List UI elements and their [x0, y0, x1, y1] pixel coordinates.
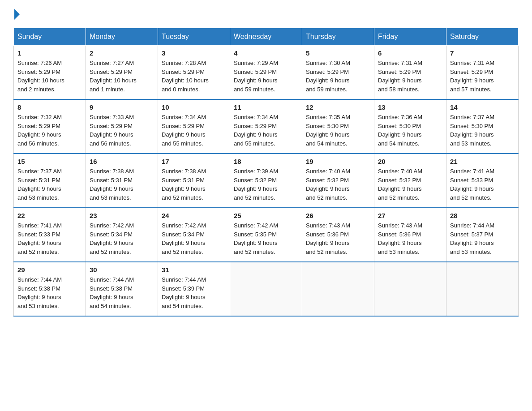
column-header-wednesday: Wednesday	[230, 28, 302, 46]
calendar-cell: 26Sunrise: 7:43 AMSunset: 5:36 PMDayligh…	[302, 208, 374, 262]
sunset-text: Sunset: 5:32 PM	[378, 177, 421, 184]
daylight-text: Daylight: 9 hours	[306, 77, 350, 84]
daylight-text: Daylight: 9 hours	[450, 185, 494, 192]
daylight-continuation: and 0 minutes.	[162, 86, 200, 93]
calendar-cell	[446, 262, 519, 316]
daylight-text: Daylight: 9 hours	[90, 294, 133, 300]
day-info: Sunrise: 7:35 AMSunset: 5:30 PMDaylight:…	[306, 113, 370, 148]
sunset-text: Sunset: 5:36 PM	[378, 231, 421, 238]
sunset-text: Sunset: 5:29 PM	[234, 123, 277, 129]
sunrise-text: Sunrise: 7:35 AM	[306, 114, 350, 120]
day-number: 26	[306, 212, 370, 219]
sunrise-text: Sunrise: 7:39 AM	[234, 168, 278, 175]
sunset-text: Sunset: 5:34 PM	[90, 231, 133, 238]
calendar-cell: 19Sunrise: 7:40 AMSunset: 5:32 PMDayligh…	[302, 154, 374, 208]
sunrise-text: Sunrise: 7:34 AM	[162, 114, 206, 120]
sunset-text: Sunset: 5:29 PM	[450, 68, 493, 75]
daylight-continuation: and 53 minutes.	[90, 194, 131, 201]
day-info: Sunrise: 7:31 AMSunset: 5:29 PMDaylight:…	[450, 59, 515, 94]
daylight-text: Daylight: 9 hours	[378, 185, 422, 192]
calendar-cell: 15Sunrise: 7:37 AMSunset: 5:31 PMDayligh…	[14, 154, 86, 208]
calendar-cell: 31Sunrise: 7:44 AMSunset: 5:39 PMDayligh…	[158, 262, 230, 316]
logo	[13, 9, 20, 21]
sunset-text: Sunset: 5:34 PM	[162, 231, 205, 238]
calendar-cell: 7Sunrise: 7:31 AMSunset: 5:29 PMDaylight…	[446, 46, 519, 100]
day-number: 29	[17, 266, 82, 274]
page-header	[13, 9, 519, 21]
daylight-text: Daylight: 9 hours	[450, 131, 494, 138]
daylight-continuation: and 54 minutes.	[162, 303, 203, 309]
day-info: Sunrise: 7:31 AMSunset: 5:29 PMDaylight:…	[378, 59, 442, 94]
daylight-text: Daylight: 9 hours	[450, 77, 494, 84]
calendar-cell: 6Sunrise: 7:31 AMSunset: 5:29 PMDaylight…	[374, 46, 446, 100]
calendar-table: SundayMondayTuesdayWednesdayThursdayFrid…	[13, 28, 519, 317]
day-info: Sunrise: 7:33 AMSunset: 5:29 PMDaylight:…	[90, 113, 154, 148]
sunrise-text: Sunrise: 7:44 AM	[17, 276, 62, 283]
sunset-text: Sunset: 5:36 PM	[306, 231, 349, 238]
day-info: Sunrise: 7:37 AMSunset: 5:31 PMDaylight:…	[17, 167, 82, 202]
day-info: Sunrise: 7:42 AMSunset: 5:35 PMDaylight:…	[234, 221, 298, 256]
column-header-saturday: Saturday	[446, 28, 519, 46]
day-number: 14	[450, 103, 515, 111]
daylight-text: Daylight: 9 hours	[306, 131, 350, 138]
daylight-continuation: and 55 minutes.	[162, 140, 203, 147]
day-info: Sunrise: 7:28 AMSunset: 5:29 PMDaylight:…	[162, 59, 226, 94]
sunset-text: Sunset: 5:31 PM	[162, 177, 205, 184]
sunset-text: Sunset: 5:37 PM	[450, 231, 493, 238]
daylight-continuation: and 52 minutes.	[162, 248, 203, 255]
day-info: Sunrise: 7:44 AMSunset: 5:38 PMDaylight:…	[17, 275, 82, 310]
sunrise-text: Sunrise: 7:41 AM	[17, 222, 62, 229]
sunset-text: Sunset: 5:31 PM	[17, 177, 60, 184]
calendar-cell: 30Sunrise: 7:44 AMSunset: 5:38 PMDayligh…	[86, 262, 158, 316]
sunrise-text: Sunrise: 7:38 AM	[90, 168, 134, 175]
daylight-text: Daylight: 9 hours	[162, 185, 206, 192]
sunrise-text: Sunrise: 7:40 AM	[378, 168, 422, 175]
sunset-text: Sunset: 5:33 PM	[450, 177, 493, 184]
sunrise-text: Sunrise: 7:42 AM	[234, 222, 278, 229]
calendar-cell: 2Sunrise: 7:27 AMSunset: 5:29 PMDaylight…	[86, 46, 158, 100]
day-number: 16	[90, 158, 154, 165]
daylight-continuation: and 55 minutes.	[234, 140, 275, 147]
day-info: Sunrise: 7:44 AMSunset: 5:38 PMDaylight:…	[90, 275, 154, 310]
sunset-text: Sunset: 5:30 PM	[450, 123, 493, 129]
daylight-text: Daylight: 9 hours	[90, 131, 133, 138]
day-info: Sunrise: 7:26 AMSunset: 5:29 PMDaylight:…	[17, 59, 82, 94]
calendar-cell: 9Sunrise: 7:33 AMSunset: 5:29 PMDaylight…	[86, 99, 158, 154]
daylight-text: Daylight: 9 hours	[378, 240, 422, 246]
week-row-4: 22Sunrise: 7:41 AMSunset: 5:33 PMDayligh…	[14, 208, 519, 262]
sunrise-text: Sunrise: 7:44 AM	[90, 276, 134, 283]
sunrise-text: Sunrise: 7:31 AM	[378, 60, 422, 66]
day-info: Sunrise: 7:27 AMSunset: 5:29 PMDaylight:…	[90, 59, 154, 94]
sunset-text: Sunset: 5:29 PM	[162, 68, 205, 75]
daylight-text: Daylight: 9 hours	[162, 294, 206, 300]
day-number: 13	[378, 103, 442, 111]
day-number: 2	[90, 49, 154, 57]
daylight-text: Daylight: 9 hours	[162, 131, 206, 138]
day-info: Sunrise: 7:37 AMSunset: 5:30 PMDaylight:…	[450, 113, 515, 148]
day-info: Sunrise: 7:42 AMSunset: 5:34 PMDaylight:…	[90, 221, 154, 256]
daylight-continuation: and 54 minutes.	[306, 140, 348, 147]
day-number: 18	[234, 158, 298, 165]
daylight-continuation: and 52 minutes.	[162, 194, 203, 201]
calendar-cell: 16Sunrise: 7:38 AMSunset: 5:31 PMDayligh…	[86, 154, 158, 208]
calendar-cell: 22Sunrise: 7:41 AMSunset: 5:33 PMDayligh…	[14, 208, 86, 262]
day-info: Sunrise: 7:40 AMSunset: 5:32 PMDaylight:…	[378, 167, 442, 202]
daylight-text: Daylight: 9 hours	[90, 185, 133, 192]
day-number: 20	[378, 158, 442, 165]
daylight-text: Daylight: 9 hours	[17, 240, 61, 246]
week-row-3: 15Sunrise: 7:37 AMSunset: 5:31 PMDayligh…	[14, 154, 519, 208]
day-number: 7	[450, 49, 515, 57]
sunrise-text: Sunrise: 7:43 AM	[306, 222, 350, 229]
sunset-text: Sunset: 5:39 PM	[162, 285, 205, 292]
daylight-continuation: and 52 minutes.	[90, 248, 131, 255]
column-header-thursday: Thursday	[302, 28, 374, 46]
day-info: Sunrise: 7:41 AMSunset: 5:33 PMDaylight:…	[450, 167, 515, 202]
daylight-continuation: and 52 minutes.	[17, 248, 59, 255]
sunset-text: Sunset: 5:29 PM	[90, 123, 133, 129]
day-number: 1	[17, 49, 82, 57]
calendar-cell: 12Sunrise: 7:35 AMSunset: 5:30 PMDayligh…	[302, 99, 374, 154]
day-number: 23	[90, 212, 154, 219]
calendar-cell: 14Sunrise: 7:37 AMSunset: 5:30 PMDayligh…	[446, 99, 519, 154]
sunrise-text: Sunrise: 7:38 AM	[162, 168, 206, 175]
daylight-text: Daylight: 9 hours	[162, 240, 206, 246]
